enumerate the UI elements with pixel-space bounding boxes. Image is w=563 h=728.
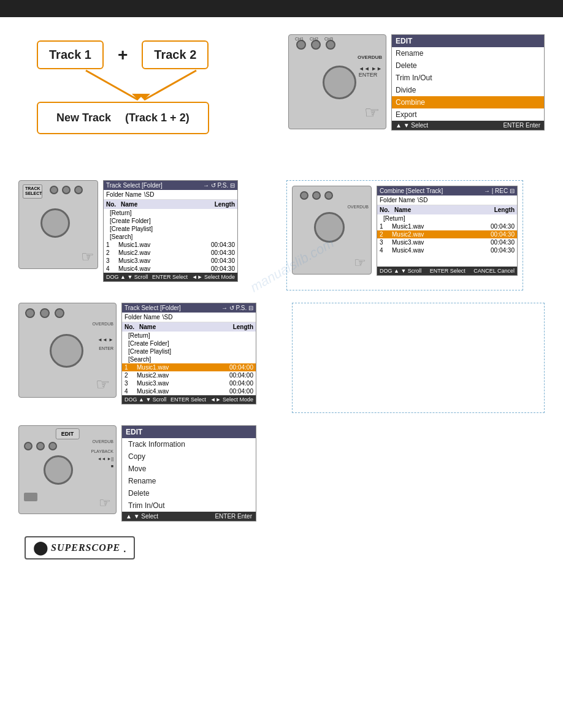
logo-area: ⬤ SUPERSCOPE . (18, 536, 545, 559)
finger-cursor-5: ☞ (99, 495, 111, 511)
diagram-top-row: Track 1 + Track 2 (37, 40, 282, 69)
svg-line-0 (86, 70, 138, 100)
item2-no: 2 (106, 249, 118, 256)
c-footer-left: DOG ▲ ▼ Scroll (380, 268, 421, 274)
list-item-2[interactable]: 2 Music2.wav 00:04:30 (104, 249, 237, 257)
c-item-3[interactable]: 3 Music3.wav 00:04:30 (377, 238, 517, 246)
ts2-i1-no: 1 (124, 364, 137, 371)
dev-label-ch1: CH1 (295, 37, 304, 41)
ts2-item-3[interactable]: 3 Music3.wav 00:04:00 (122, 379, 256, 387)
logo-box: ⬤ SUPERSCOPE . (25, 536, 135, 559)
ts2-create-folder[interactable]: [Create Folder] (122, 339, 256, 347)
combine-list-header: No. Name Length (377, 205, 517, 214)
edit-menu2-copy[interactable]: Copy (122, 450, 256, 463)
footer-left: DOG ▲ ▼ Scroll (106, 274, 148, 280)
edit-btn-area: EDIT OVERDUB PLAYBACK ◄◄ ►|| ■ ☞ EDIT Tr… (18, 425, 282, 521)
track-select-panel: Track Select [Folder] → ↺ P.S. ⊟ Folder … (103, 180, 238, 282)
list-item-create-playlist[interactable]: [Create Playlist] (104, 225, 237, 233)
edit-menu-rename[interactable]: Rename (392, 47, 544, 59)
combine-panel: Combine [Select Track] → | REC ⊟ Folder … (377, 186, 518, 276)
col-name: Name (121, 201, 215, 208)
ts2-cf-name: [Create Folder] (128, 340, 169, 347)
item3-len: 00:04:30 (211, 257, 235, 264)
logo-dot2: . (123, 540, 126, 556)
edit-menu-delete[interactable]: Delete (392, 59, 544, 72)
ts2-return-name: [Return] (128, 332, 150, 339)
list-item-create-folder[interactable]: [Create Folder] (104, 217, 237, 225)
section2: TRACKSELECT ☞ Track Select [Folder] → ↺ … (18, 180, 545, 290)
c-i1-no: 1 (380, 223, 392, 230)
logo-dot: ⬤ (33, 540, 48, 556)
edit-menu2-delete[interactable]: Delete (122, 487, 256, 499)
ts2-title-text: Track Select [Folder] (124, 305, 181, 311)
edit-menu2-trackinfo[interactable]: Track Information (122, 438, 256, 450)
c-i2-len: 00:04:30 (491, 231, 515, 238)
plus-sign: + (118, 45, 128, 65)
ts2-search[interactable]: [Search] (122, 355, 256, 363)
edit-menu-divide[interactable]: Divide (392, 84, 544, 96)
list-item-3[interactable]: 3 Music3.wav 00:04:30 (104, 257, 237, 265)
ts2-i2-name: Music2.wav (137, 372, 229, 379)
ts2-create-playlist[interactable]: [Create Playlist] (122, 347, 256, 355)
section4: EDIT OVERDUB PLAYBACK ◄◄ ►|| ■ ☞ EDIT Tr… (18, 425, 545, 521)
c-i4-len: 00:04:30 (491, 247, 515, 254)
knob2 (311, 40, 321, 50)
ts2-item-2[interactable]: 2 Music2.wav 00:04:00 (122, 371, 256, 379)
c-item-return[interactable]: [Return] (377, 214, 517, 222)
edit-menu-triminout[interactable]: Trim In/Out (392, 72, 544, 84)
item3-no: 3 (106, 257, 118, 264)
c-i4-name: Music4.wav (392, 247, 491, 254)
folder-row: Folder Name \SD (104, 190, 237, 200)
item2-len: 00:04:30 (211, 249, 235, 256)
ts2-item-4[interactable]: 4 Music4.wav 00:04:00 (122, 387, 256, 395)
ts2-col-no: No. (124, 324, 139, 330)
list-item-search[interactable]: [Search] (104, 233, 237, 241)
c-i4-no: 4 (380, 247, 392, 254)
item-return-name: [Return] (110, 210, 132, 216)
knob-sm1 (50, 186, 58, 194)
c-footer-mid: ENTER Select (430, 268, 465, 274)
ts2-return[interactable]: [Return] (122, 332, 256, 339)
edit-menu-export[interactable]: Export (392, 108, 544, 121)
c-item-4[interactable]: 4 Music4.wav 00:04:30 (377, 246, 517, 254)
edit-menu-footer-right: ENTER Enter (503, 122, 540, 129)
device-panel-3: OVERDUB ☞ (292, 186, 372, 275)
item4-name: Music4.wav (118, 265, 211, 272)
c-i3-len: 00:04:30 (491, 239, 515, 246)
dev-label-ch3: CH3 (324, 37, 333, 41)
c-footer-right: CANCEL Cancel (473, 268, 515, 274)
ts2-col-name: Name (139, 324, 233, 330)
big-knob3 (314, 212, 345, 243)
finger-cursor-1: ☞ (364, 102, 380, 123)
svg-line-2 (144, 70, 196, 100)
track-select-btn[interactable]: TRACKSELECT (23, 184, 42, 199)
ts2-i2-no: 2 (124, 372, 137, 379)
edit-menu2-title: EDIT (122, 426, 256, 438)
ts2-i3-no: 3 (124, 380, 137, 387)
c-item-2[interactable]: 2 Music2.wav 00:04:30 (377, 230, 517, 238)
list-item-1[interactable]: 1 Music1.wav 00:04:30 (104, 241, 237, 249)
list-item-4[interactable]: 4 Music4.wav 00:04:30 (104, 265, 237, 273)
edit-menu-title: EDIT (392, 35, 544, 47)
knob-c3 (324, 191, 333, 200)
finger-cursor-3: ☞ (354, 255, 366, 271)
logo-text: SUPERSCOPE (51, 542, 120, 553)
dev-arrows: ◄◄ ►► ENTER (359, 66, 382, 78)
combine-folder-value: \SD (418, 197, 428, 203)
edit-menu2-triminout[interactable]: Trim In/Out (122, 499, 256, 512)
edit-menu2-move[interactable]: Move (122, 463, 256, 475)
c-i3-name: Music3.wav (392, 239, 491, 246)
edit-menu-combine[interactable]: Combine (392, 96, 544, 108)
edit-btn-on-device[interactable]: EDIT (56, 428, 80, 439)
list-item-return[interactable]: [Return] (104, 209, 237, 217)
c-col-len: Length (494, 207, 515, 213)
edit-menu2-rename[interactable]: Rename (122, 475, 256, 487)
ts2-i1-len: 00:04:00 (229, 364, 253, 371)
c-item-1[interactable]: 1 Music1.wav 00:04:30 (377, 222, 517, 230)
combine-title-icons: → | REC ⊟ (484, 188, 515, 194)
knob-sm2 (62, 186, 71, 194)
big-knob2 (40, 208, 70, 238)
ts2-item-1[interactable]: 1 Music1.wav 00:04:00 (122, 363, 256, 371)
combine-folder-row: Folder Name \SD (377, 195, 517, 205)
big-knob4 (50, 334, 83, 368)
